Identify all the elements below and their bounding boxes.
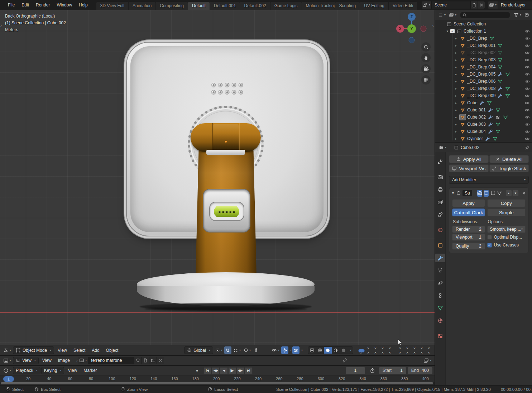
use-preview-range-button[interactable] (369, 367, 376, 374)
properties-tab[interactable] (435, 226, 445, 234)
model-port-plate[interactable] (203, 189, 250, 233)
outliner-object-row[interactable]: _DC_Brep (435, 35, 532, 42)
playhead[interactable]: 1 (3, 376, 14, 382)
outliner-object-row[interactable]: Cube.003 (435, 121, 532, 128)
transport-button[interactable]: ◆▶ (236, 367, 244, 374)
workspace-tab[interactable]: Default.002 (240, 2, 270, 10)
properties-tab[interactable] (435, 210, 445, 219)
timeline-ruler[interactable]: 1 20406080100120140160180200220240260280… (0, 375, 435, 382)
workspace-tab[interactable]: Compositing (156, 2, 188, 10)
hide-toggle[interactable] (524, 50, 530, 55)
modifier-name-field[interactable]: Su (462, 190, 472, 196)
outliner-object-row[interactable]: _DC_Brep.005 (435, 71, 532, 78)
transform-orientation-selector[interactable]: Global (184, 346, 213, 354)
topbar-menu[interactable]: File (5, 1, 18, 9)
expand-icon[interactable] (455, 58, 458, 62)
workspace-tab[interactable]: Scripting (335, 2, 360, 10)
current-frame-field[interactable]: 1 (346, 367, 365, 374)
hide-toggle[interactable] (524, 78, 530, 84)
workspace-tab[interactable]: Motion Tracking (302, 2, 335, 10)
pin-image-button[interactable] (342, 358, 348, 363)
expand-icon[interactable] (455, 101, 458, 105)
move-down-button[interactable] (512, 190, 519, 196)
outliner-row-scene-collection[interactable]: Scene Collection (435, 20, 532, 28)
hide-toggle[interactable] (524, 71, 530, 77)
outliner-object-row[interactable]: Cube.004 (435, 128, 532, 135)
uv-smooth-dropdown[interactable]: Smooth, keep ... (487, 226, 526, 233)
hide-toggle[interactable] (524, 129, 530, 134)
scene-name[interactable]: Scene (432, 1, 470, 9)
add-modifier-dropdown[interactable]: Add Modifier (449, 176, 529, 184)
simple-button[interactable]: Simple (487, 209, 526, 216)
quality-field[interactable]: Quality2 (452, 243, 485, 250)
visibility-dropdown[interactable] (270, 346, 281, 354)
properties-tab[interactable] (435, 332, 445, 340)
render-visibility-toggle[interactable] (477, 190, 482, 197)
outliner-object-row[interactable]: Cube.002 (435, 114, 532, 121)
snap-settings-button[interactable] (232, 346, 242, 354)
camera-view-button[interactable] (421, 64, 431, 73)
viewport-subdivisions-field[interactable]: Viewport1 (452, 234, 485, 241)
ortho-toggle-button[interactable] (421, 75, 431, 85)
hide-toggle[interactable] (524, 43, 530, 48)
collection-checkbox[interactable] (450, 29, 455, 33)
use-creases-checkbox[interactable]: Use Creases (487, 241, 526, 249)
hide-toggle[interactable] (524, 64, 530, 70)
viewport-visibility-toggle[interactable] (484, 190, 489, 197)
viewport-menu[interactable]: Add (89, 346, 102, 354)
hide-toggle[interactable] (524, 114, 530, 120)
xray-toggle[interactable] (308, 347, 316, 354)
outliner-object-row[interactable]: _DC_Brep.002 (435, 49, 532, 56)
properties-tab[interactable] (435, 157, 445, 166)
outliner-object-row[interactable]: _DC_Brep.001 (435, 42, 532, 49)
pan-tool-button[interactable] (421, 53, 431, 62)
viewport-vis-button[interactable]: Viewport Vis (449, 164, 489, 172)
gizmos-toggle[interactable] (281, 346, 288, 354)
workspace-tab[interactable]: Game Logic (270, 2, 302, 10)
model-hinge[interactable] (191, 123, 261, 152)
transport-button[interactable]: |◀ (203, 367, 211, 374)
properties-tab[interactable] (435, 254, 445, 262)
shading-rendered-button[interactable] (340, 347, 348, 354)
topbar-menu[interactable]: Window (53, 1, 75, 9)
viewport-canvas[interactable]: Back Orthographic (Local) (1) Scene Coll… (0, 10, 435, 345)
viewport-menu[interactable]: View (55, 346, 70, 354)
transport-button[interactable]: ● (193, 367, 201, 374)
filter-button[interactable] (513, 12, 522, 18)
expand-icon[interactable] (455, 109, 458, 112)
outliner-object-row[interactable]: _DC_Brep.009 (435, 92, 532, 99)
transport-button[interactable]: ◀ (220, 367, 228, 374)
open-image-button[interactable] (149, 357, 157, 364)
render-layer-name[interactable]: RenderLayer (498, 1, 532, 9)
hide-toggle[interactable] (524, 93, 530, 98)
overlays-toggle[interactable] (292, 346, 299, 354)
pivot-point-button[interactable] (214, 346, 224, 354)
hide-toggle[interactable] (524, 100, 530, 105)
shading-solid-button[interactable] (324, 347, 332, 354)
delete-modifier-button[interactable] (522, 191, 526, 196)
gizmo-minus-z-axis[interactable] (409, 37, 414, 43)
gizmo-minus-x-axis[interactable] (421, 26, 426, 32)
sidebar-collapse-icon[interactable] (432, 23, 434, 28)
toggle-stack-button[interactable]: Toggle Stack (489, 164, 529, 172)
toolbar-collapse-icon[interactable] (0, 24, 2, 29)
editor-type-button[interactable] (437, 144, 447, 151)
image-name[interactable]: terreno marrone (88, 357, 134, 364)
proportional-falloff-button[interactable] (253, 346, 260, 354)
editor-type-button[interactable] (2, 347, 12, 354)
editor-type-button[interactable] (2, 357, 12, 364)
expand-icon[interactable] (455, 44, 458, 47)
topbar-menu[interactable]: Help (76, 1, 91, 9)
properties-tab[interactable] (435, 198, 445, 206)
hide-toggle[interactable] (524, 28, 530, 34)
layers-grid[interactable] (358, 346, 432, 355)
image-mode-selector[interactable]: View (13, 357, 39, 364)
outliner-object-row[interactable]: _DC_Brep.004 (435, 63, 532, 71)
expand-icon[interactable] (455, 123, 458, 126)
workspace-tab[interactable]: UV Editing (360, 2, 388, 10)
timeline-scrollbar[interactable] (0, 382, 435, 385)
outliner-object-row[interactable]: Cylinder (435, 135, 532, 142)
workspace-tab[interactable]: Video Editi (389, 2, 417, 10)
expand-icon[interactable] (455, 66, 458, 69)
mode-selector[interactable]: Object Mode (13, 346, 54, 354)
